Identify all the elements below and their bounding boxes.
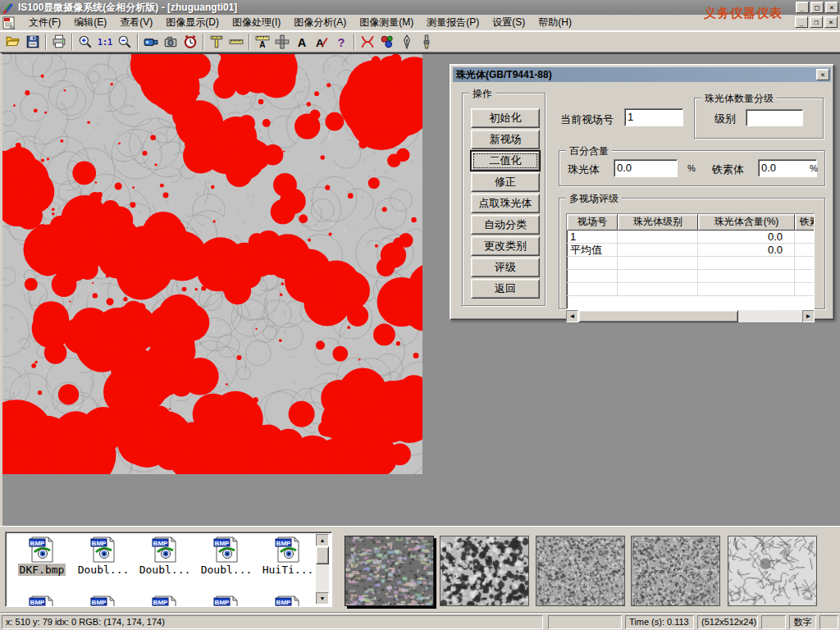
file-name[interactable]: DKF.bmp [18,564,66,576]
file-name[interactable]: Doubl... [138,564,193,576]
menu-item-5[interactable]: 图像分析(A) [287,14,353,31]
menu-item-6[interactable]: 图像测量(M) [353,14,420,31]
table-row[interactable] [567,270,814,283]
op-button-1[interactable]: 新视场 [471,130,540,149]
scroll-left-button[interactable]: ◄ [566,310,578,322]
thumbnail-0[interactable] [345,536,434,606]
maximize-button[interactable]: □ [810,2,824,13]
hscroll-track[interactable] [738,310,802,322]
close-button[interactable]: × [825,2,838,13]
current-field-label: 当前视场号 [560,112,614,127]
toolbar-separator [71,34,73,50]
table-col-header-0[interactable]: 视场号 [567,214,618,231]
multifield-table[interactable]: 视场号珠光体级别珠光体含量(%)铁素体含量(%)10.0平均值0.0 [566,213,815,309]
menu-item-8[interactable]: 设置(S) [486,14,532,31]
menu-item-0[interactable]: 文件(F) [22,14,67,31]
table-col-header-1[interactable]: 珠光体级别 [618,214,698,231]
mdi-close-button[interactable]: × [824,16,838,28]
pearlite-percent-input[interactable]: 0.0 [614,159,678,177]
table-cell [795,244,815,256]
actual-size-icon[interactable]: 1:1 [95,33,115,51]
particles-icon[interactable] [377,33,397,51]
measure-text-icon[interactable]: A [253,33,272,51]
zoom-in-icon[interactable] [75,33,95,51]
curve-tool-icon[interactable] [358,33,377,51]
op-button-4[interactable]: 点取珠光体 [471,194,540,213]
menu-item-4[interactable]: 图像处理(I) [226,14,287,31]
micrograph-image[interactable] [2,54,422,474]
file-item-row2-4[interactable]: BMP [258,595,317,607]
table-row[interactable]: 10.0 [567,231,814,244]
ferrite-percent-input[interactable]: 0.0 [758,159,817,177]
current-field-input[interactable]: 1 [624,108,683,126]
file-item-row2-2[interactable]: BMP [135,595,194,607]
brush-icon[interactable] [417,33,436,51]
file-list[interactable]: ▲ ▼ BMPDKF.bmpBMPDoubl...BMPDoubl...BMPD… [5,532,332,607]
menu-item-9[interactable]: 帮助(H) [532,14,578,31]
thumbnail-4[interactable] [728,536,817,606]
file-item-3[interactable]: BMPDoubl... [197,536,256,576]
file-item-2[interactable]: BMPDoubl... [135,536,194,576]
scroll-down-button[interactable]: ▼ [316,592,329,605]
svg-text:BMP: BMP [30,540,45,547]
hscroll-thumb[interactable] [578,310,738,322]
table-row[interactable] [567,283,814,296]
table-col-header-2[interactable]: 珠光体含量(%) [698,214,795,231]
pen-tool-icon[interactable] [397,33,417,51]
op-button-6[interactable]: 更改类别 [471,236,540,256]
file-name[interactable]: Doubl... [76,564,131,576]
caliper-icon[interactable] [207,33,226,51]
save-icon[interactable] [23,33,43,51]
level-input[interactable] [746,109,803,126]
op-button-3[interactable]: 修正 [471,172,540,192]
op-button-8[interactable]: 返回 [471,279,540,299]
grid-tool-icon[interactable] [272,33,292,51]
file-item-row2-1[interactable]: BMP [74,595,133,607]
file-item-row2-0[interactable]: BMP [12,595,71,607]
vscroll-thumb[interactable] [316,546,329,564]
file-name[interactable]: Doubl... [199,564,254,576]
thumbnail-1[interactable] [440,536,529,606]
minimize-button[interactable]: _ [796,2,809,13]
ruler-icon[interactable] [226,33,246,51]
op-button-5[interactable]: 自动分类 [471,215,540,235]
op-button-7[interactable]: 评级 [471,258,540,277]
scroll-right-button[interactable]: ► [802,310,815,322]
menu-item-3[interactable]: 图像显示(D) [159,14,226,31]
thumbnail-3[interactable] [631,536,720,606]
table-cell [795,257,815,269]
camcorder-icon[interactable] [141,33,161,51]
scroll-up-button[interactable]: ▲ [316,534,329,546]
file-item-1[interactable]: BMPDoubl... [74,536,133,576]
svg-text:BMP: BMP [153,599,168,606]
annotate-icon[interactable]: A [312,33,331,51]
menu-item-7[interactable]: 测量报告(P) [420,14,486,31]
table-col-header-3[interactable]: 铁素体含量(%) [795,214,815,231]
mdi-minimize-button[interactable]: _ [795,16,808,28]
dialog-title-bar[interactable]: 珠光体(GB/T9441-88) × [453,67,831,82]
table-cell [618,231,698,243]
file-item-0[interactable]: BMPDKF.bmp [12,536,71,576]
text-icon[interactable]: A [292,33,312,51]
title-bar: IS100显微摄像系统(金相分析版) - [zhuguangti01] _ □ … [0,0,840,15]
table-hscrollbar[interactable]: ◄ ► [566,310,815,322]
dialog-close-button[interactable]: × [816,69,829,80]
op-button-0[interactable]: 初始化 [471,108,540,128]
zoom-out-icon[interactable] [115,33,135,51]
thumbnail-2[interactable] [536,536,625,606]
timer-icon[interactable] [180,33,200,51]
menu-item-2[interactable]: 查看(V) [113,14,159,31]
file-list-vscrollbar[interactable]: ▲ ▼ [316,534,329,605]
op-button-2[interactable]: 二值化 [471,151,540,171]
table-row[interactable] [567,257,814,270]
table-row[interactable]: 平均值0.0 [567,244,814,257]
file-name[interactable]: HuiTi... [261,564,316,576]
print-icon[interactable] [49,33,69,51]
file-item-4[interactable]: BMPHuiTi... [258,536,317,576]
mdi-restore-button[interactable]: ❐ [810,16,823,28]
camera-icon[interactable] [161,33,180,51]
menu-item-1[interactable]: 编辑(E) [67,14,113,31]
file-item-row2-3[interactable]: BMP [197,595,256,607]
help-icon[interactable]: ? [331,33,351,51]
open-icon[interactable] [3,33,23,51]
